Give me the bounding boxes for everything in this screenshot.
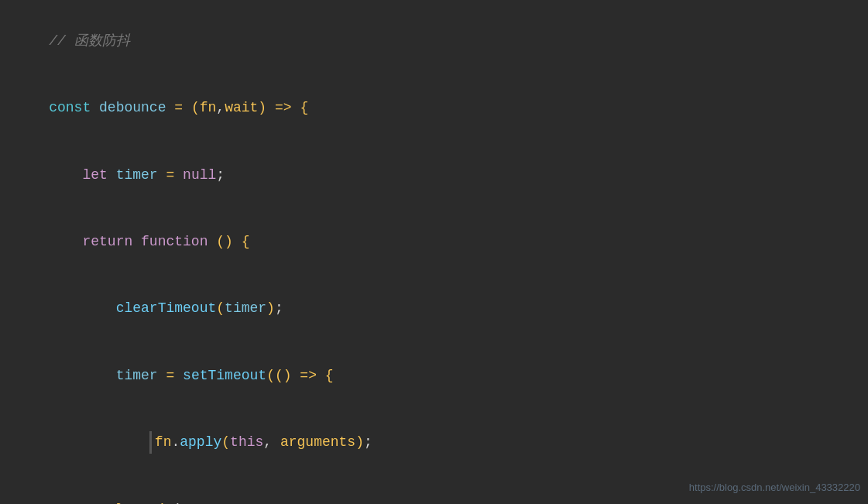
- watermark: https://blog.csdn.net/weixin_43332220: [689, 480, 860, 496]
- code-line-5: timer = setTimeout(() => {: [15, 342, 853, 409]
- code-line-3: return function () {: [15, 208, 853, 275]
- code-line-2: let timer = null;: [15, 142, 853, 208]
- code-line-4: clearTimeout(timer);: [15, 276, 853, 342]
- code-line-6: fn.apply(this, arguments);: [15, 409, 853, 475]
- comment-line-debounce: // 函数防抖: [15, 8, 853, 74]
- code-line-1: const debounce = (fn,wait) => {: [15, 74, 853, 141]
- code-block: // 函数防抖 const debounce = (fn,wait) => { …: [0, 0, 868, 504]
